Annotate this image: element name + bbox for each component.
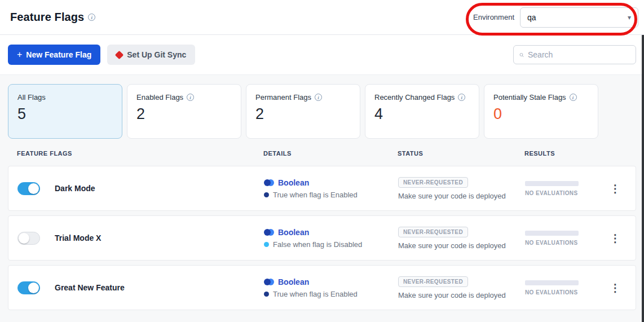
flag-name[interactable]: Dark Mode (55, 184, 95, 193)
results-text: NO EVALUATIONS (525, 240, 604, 246)
flag-name[interactable]: Trial Mode X (55, 233, 101, 242)
row-menu-kebab-icon[interactable]: ⋮ (604, 181, 627, 196)
git-sync-button[interactable]: Set Up Git Sync (107, 45, 195, 65)
stat-value: 2 (255, 105, 351, 123)
flag-type: Boolean (278, 228, 309, 237)
info-icon[interactable]: i (88, 14, 95, 21)
stat-label: Potentially Stale Flags (493, 93, 566, 102)
flag-type: Boolean (278, 277, 309, 286)
status-text: Make sure your code is deployed (398, 291, 506, 299)
table-row: Dark Mode Boolean True when flag is Enab… (8, 166, 636, 211)
stat-label: All Flags (17, 93, 46, 102)
rule-dot-icon (264, 192, 269, 197)
new-feature-flag-button[interactable]: + New Feature Flag (8, 45, 100, 65)
stat-card-potentially-stale-flags[interactable]: Potentially Stale Flags i 0 (484, 84, 598, 139)
stat-card-enabled-flags[interactable]: Enabled Flags i 2 (127, 84, 241, 139)
boolean-type-icon (264, 179, 274, 186)
table-header: FEATURE FLAGS DETAILS STATUS RESULTS (8, 141, 636, 166)
column-header-status: STATUS (398, 150, 524, 157)
status-text: Make sure your code is deployed (398, 192, 506, 200)
status-text: Make sure your code is deployed (398, 241, 506, 250)
status-badge: NEVER-REQUESTED (398, 276, 468, 287)
status-badge: NEVER-REQUESTED (398, 177, 468, 188)
flag-toggle[interactable] (17, 281, 40, 294)
stat-label: Enabled Flags (136, 93, 183, 102)
status-badge: NEVER-REQUESTED (398, 227, 468, 237)
git-sync-icon (115, 50, 124, 59)
column-header-results: RESULTS (524, 150, 605, 157)
environment-select[interactable]: qa ▾ (520, 7, 638, 28)
environment-value: qa (527, 13, 536, 22)
table-row: Trial Mode X Boolean False when flag is … (8, 215, 636, 261)
column-header-feature-flags: FEATURE FLAGS (17, 150, 263, 157)
feature-flags-page: Feature Flags i Environment qa ▾ + New F… (0, 0, 644, 322)
page-header: Feature Flags i Environment qa ▾ (0, 0, 644, 35)
stat-label: Permanent Flags (255, 93, 311, 102)
info-icon[interactable]: i (187, 94, 194, 101)
boolean-type-icon (264, 279, 274, 285)
stat-value: 2 (136, 105, 232, 123)
rule-text: True when flag is Enabled (273, 290, 358, 298)
search-box[interactable] (513, 45, 636, 64)
flag-toggle[interactable] (17, 182, 40, 195)
rule-dot-icon (264, 292, 269, 297)
environment-wrap: Environment qa ▾ (473, 7, 638, 28)
info-icon[interactable]: i (315, 94, 322, 101)
results-text: NO EVALUATIONS (525, 190, 604, 196)
results-bar (525, 231, 579, 236)
rule-text: False when flag is Disabled (273, 240, 362, 249)
stat-value: 4 (374, 105, 470, 123)
results-bar (525, 181, 579, 186)
info-icon[interactable]: i (570, 94, 577, 101)
stat-value: 0 (493, 105, 589, 123)
info-icon[interactable]: i (458, 94, 465, 101)
git-sync-label: Set Up Git Sync (127, 50, 186, 59)
search-icon (519, 51, 524, 59)
results-text: NO EVALUATIONS (525, 289, 604, 295)
toolbar: + New Feature Flag Set Up Git Sync (0, 35, 644, 74)
flag-toggle[interactable] (17, 232, 40, 245)
stat-card-recently-changed-flags[interactable]: Recently Changed Flags i 4 (365, 84, 479, 139)
chevron-down-icon: ▾ (628, 14, 631, 21)
row-menu-kebab-icon[interactable]: ⋮ (604, 231, 627, 246)
rule-dot-icon (264, 242, 269, 247)
results-bar (525, 280, 579, 285)
search-input[interactable] (528, 50, 630, 59)
flag-rows: Dark Mode Boolean True when flag is Enab… (8, 166, 636, 310)
stat-value: 5 (17, 105, 113, 123)
environment-label: Environment (473, 13, 514, 21)
row-menu-kebab-icon[interactable]: ⋮ (604, 280, 627, 295)
stat-card-all-flags[interactable]: All Flags 5 (8, 84, 122, 139)
flag-type: Boolean (278, 178, 309, 187)
stats-row: All Flags 5 Enabled Flags i 2 Permanent … (8, 84, 636, 139)
stat-label: Recently Changed Flags (374, 93, 455, 102)
page-title: Feature Flags (10, 11, 84, 24)
new-feature-flag-label: New Feature Flag (26, 50, 91, 59)
table-row: Great New Feature Boolean True when flag… (8, 265, 636, 310)
plus-icon: + (17, 50, 22, 59)
flag-name[interactable]: Great New Feature (55, 283, 125, 292)
stat-card-permanent-flags[interactable]: Permanent Flags i 2 (246, 84, 360, 139)
window-edge (642, 35, 644, 322)
rule-text: True when flag is Enabled (273, 191, 358, 199)
column-header-details: DETAILS (263, 150, 398, 157)
boolean-type-icon (264, 229, 274, 236)
title-wrap: Feature Flags i (10, 11, 95, 24)
content-area: All Flags 5 Enabled Flags i 2 Permanent … (0, 74, 644, 322)
